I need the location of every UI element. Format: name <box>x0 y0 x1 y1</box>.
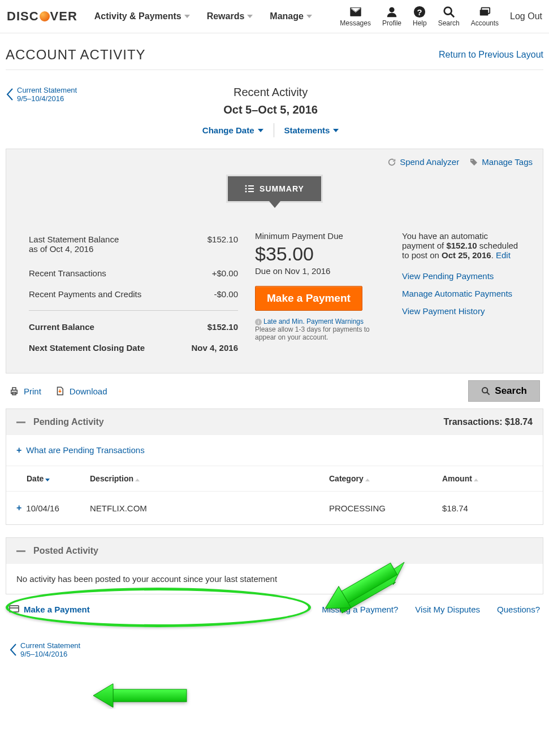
expand-icon[interactable]: + <box>16 503 21 513</box>
svg-marker-24 <box>93 684 113 707</box>
annotation-arrow-bottom <box>90 681 192 709</box>
date-range: Oct 5–Oct 5, 2016 <box>77 103 464 116</box>
svg-point-8 <box>245 185 247 187</box>
chevron-down-icon <box>258 129 263 132</box>
prev-statement-link[interactable]: Current Statement 9/5–10/4/2016 <box>6 86 77 103</box>
col-amount[interactable]: Amount <box>442 474 533 483</box>
summary-col-auto: You have an automatic payment of $152.10… <box>402 231 520 356</box>
recent-tx-label: Recent Transactions <box>29 268 187 278</box>
view-pending-link[interactable]: View Pending Payments <box>402 271 520 281</box>
sort-desc-icon <box>45 479 50 481</box>
nav-help[interactable]: ? Help <box>413 6 427 27</box>
manage-auto-link[interactable]: Manage Automatic Payments <box>402 289 520 298</box>
svg-point-10 <box>245 191 247 193</box>
search-icon <box>443 6 455 18</box>
svg-text:?: ? <box>417 8 422 17</box>
view-history-link[interactable]: View Payment History <box>402 306 520 316</box>
pending-header[interactable]: Pending Activity Transactions: $18.74 <box>6 409 543 435</box>
nav-rewards[interactable]: Rewards <box>207 11 253 21</box>
summary-tools: Spend Analyzer Manage Tags <box>6 149 543 175</box>
recent-tx-value: +$0.00 <box>187 268 238 278</box>
recent-activity-heading: Recent Activity <box>77 86 464 99</box>
stmt-link-label: Current Statement <box>20 641 80 650</box>
activity-header: Recent Activity Oct 5–Oct 5, 2016 Change… <box>77 86 464 137</box>
disputes-link[interactable]: Visit My Disputes <box>415 605 480 614</box>
recent-pay-label: Recent Payments and Credits <box>29 289 187 299</box>
svg-point-17 <box>482 388 487 393</box>
envelope-icon <box>349 6 362 18</box>
nav-search[interactable]: Search <box>438 6 460 27</box>
question-circle-icon: ? <box>413 6 426 18</box>
nav-logout[interactable]: Log Out <box>510 11 542 21</box>
page-title: ACCOUNT ACTIVITY <box>6 47 146 63</box>
change-date-link[interactable]: Change Date <box>192 123 274 137</box>
missing-payment-link[interactable]: Missing a Payment? <box>322 605 398 614</box>
statements-link[interactable]: Statements <box>274 123 349 137</box>
payment-warnings-link[interactable]: Late and Min. Payment Warnings <box>263 318 364 325</box>
nav-profile[interactable]: Profile <box>382 6 401 27</box>
questions-link[interactable]: Questions? <box>497 605 540 614</box>
download-button[interactable]: Download <box>55 386 107 396</box>
search-icon <box>481 386 490 396</box>
row-desc: NETFLIX.COM <box>90 503 329 513</box>
info-icon: i <box>255 319 262 325</box>
brand-logo[interactable]: DISCVER <box>7 9 77 24</box>
col-desc[interactable]: Description <box>90 474 329 483</box>
sort-icon <box>135 479 140 481</box>
stmt-link-range: 9/5–10/4/2016 <box>17 94 64 103</box>
col-date[interactable]: Date <box>16 474 90 483</box>
svg-rect-12 <box>248 188 254 189</box>
print-button[interactable]: Print <box>9 386 41 396</box>
make-payment-button[interactable]: Make a Payment <box>255 286 362 311</box>
posted-section: Posted Activity No activity has been pos… <box>6 537 543 594</box>
next-close-label: Next Statement Closing Date <box>29 343 187 353</box>
nav-messages[interactable]: Messages <box>340 6 371 27</box>
search-button[interactable]: Search <box>468 380 540 402</box>
nav-activity-payments[interactable]: Activity & Payments <box>94 11 190 21</box>
footer-make-payment[interactable]: Make a Payment <box>9 605 90 614</box>
pending-section: Pending Activity Transactions: $18.74 +W… <box>6 409 543 525</box>
download-icon <box>55 386 65 396</box>
summary-col-balances: Last Statement Balanceas of Oct 4, 2016 … <box>29 231 238 356</box>
current-bal-label: Current Balance <box>29 322 187 332</box>
due-on: Due on Nov 1, 2016 <box>255 266 385 276</box>
nav-right: Messages Profile ? Help Search Accounts … <box>340 6 542 27</box>
chevron-down-icon <box>247 15 253 18</box>
top-nav: DISCVER Activity & Payments Rewards Mana… <box>0 0 549 33</box>
sort-icon <box>365 479 370 481</box>
summary-box: Spend Analyzer Manage Tags SUMMARY Last … <box>6 149 543 373</box>
nav-menu: Activity & Payments Rewards Manage <box>94 11 312 21</box>
bottom-statement-nav: Current Statement 9/5–10/4/2016 <box>6 624 543 664</box>
sort-icon <box>474 479 478 481</box>
svg-rect-13 <box>248 191 254 192</box>
nav-accounts[interactable]: Accounts <box>471 6 499 27</box>
pending-table-head: Date Description Category Amount <box>6 466 543 492</box>
brand-post: VER <box>50 9 77 24</box>
brand-o-icon <box>40 11 50 21</box>
edit-auto-link[interactable]: Edit <box>496 250 511 260</box>
pending-row[interactable]: +10/04/16 NETFLIX.COM PROCESSING $18.74 <box>6 492 543 524</box>
stmt-link-label: Current Statement <box>17 86 77 94</box>
posted-title: Posted Activity <box>33 546 98 556</box>
last-stmt-label: Last Statement Balance <box>29 234 119 244</box>
chevron-left-icon <box>9 643 17 657</box>
posted-header[interactable]: Posted Activity <box>6 538 543 564</box>
current-bal-value: $152.10 <box>187 322 238 332</box>
svg-point-7 <box>472 159 473 160</box>
last-stmt-value: $152.10 <box>187 234 238 254</box>
activity-toolbar: Print Download Search <box>6 373 543 409</box>
what-pending-link[interactable]: +What are Pending Transactions <box>16 445 145 455</box>
col-category[interactable]: Category <box>329 474 442 483</box>
payment-warn-text: Please allow 1-3 days for payments to ap… <box>255 325 370 341</box>
stmt-link-range: 9/5–10/4/2016 <box>20 650 67 658</box>
return-layout-link[interactable]: Return to Previous Layout <box>439 50 543 60</box>
recent-pay-value: -$0.00 <box>187 289 238 299</box>
manage-tags-link[interactable]: Manage Tags <box>469 157 533 167</box>
spend-analyzer-link[interactable]: Spend Analyzer <box>387 157 459 167</box>
prev-statement-link-bottom[interactable]: Current Statement 9/5–10/4/2016 <box>9 641 540 658</box>
row-date: 10/04/16 <box>26 503 59 513</box>
summary-tab[interactable]: SUMMARY <box>226 175 323 203</box>
pending-total: Transactions: $18.74 <box>444 417 533 427</box>
list-icon <box>245 185 254 193</box>
nav-manage[interactable]: Manage <box>270 11 312 21</box>
